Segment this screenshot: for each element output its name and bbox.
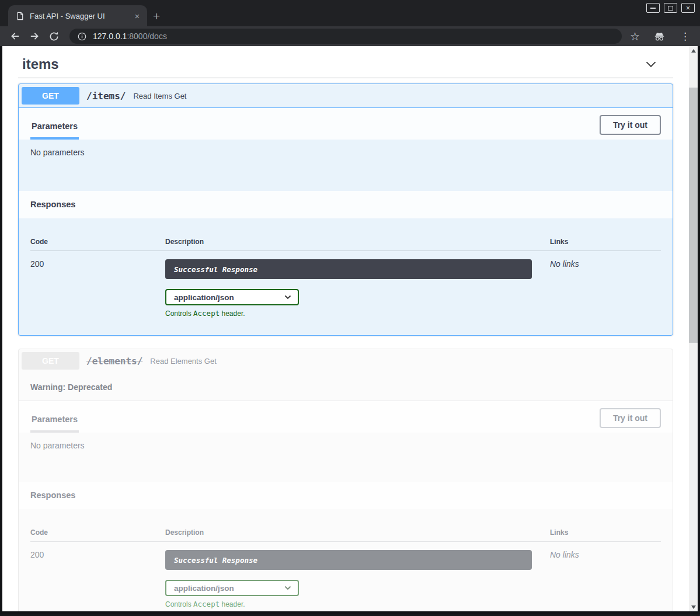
forward-icon[interactable]: [27, 29, 41, 43]
no-parameters-text: No parameters: [19, 140, 673, 191]
browser-toolbar: 127.0.0.1:8000/docs ☆ ⋮: [0, 26, 700, 46]
media-type-value: application/json: [174, 293, 234, 302]
window-maximize-icon[interactable]: [664, 3, 677, 13]
parameters-section-header: Parameters Try it out: [19, 401, 673, 433]
tag-title: items: [22, 56, 59, 72]
incognito-icon[interactable]: [652, 29, 666, 43]
opblock-summary[interactable]: GET /items/ Read Items Get: [19, 84, 673, 108]
response-row-200: 200 Successful Response application/json: [30, 542, 661, 608]
opblock-get-elements-deprecated: GET /elements/ Read Elements Get Warning…: [18, 349, 673, 611]
swagger-page: items GET /items/ Read Items Get Paramet…: [2, 46, 689, 611]
response-code: 200: [30, 550, 165, 608]
response-description-cell: Successful Response application/json Con…: [165, 550, 539, 608]
tag-section-header-items[interactable]: items: [18, 53, 673, 78]
media-type-select[interactable]: application/json: [165, 580, 299, 596]
method-badge: GET: [22, 87, 79, 105]
parameters-section-header: Parameters Try it out: [19, 108, 673, 140]
page-favicon-icon: [16, 12, 25, 20]
opblock-get-items: GET /items/ Read Items Get Parameters Tr…: [18, 83, 673, 336]
links-column-header: Links: [539, 528, 661, 537]
window-minimize-icon[interactable]: [646, 3, 660, 13]
code-column-header: Code: [30, 528, 165, 537]
media-type-wrap: application/json Controls Accept header.: [165, 580, 539, 608]
window-controls: ×: [646, 3, 695, 13]
try-it-out-button[interactable]: Try it out: [600, 115, 661, 135]
try-it-out-button[interactable]: Try it out: [600, 408, 661, 428]
response-row-200: 200 Successful Response application/json: [30, 251, 661, 318]
media-type-select[interactable]: application/json: [165, 289, 299, 305]
browser-titlebar: Fast API - Swagger UI × + ×: [0, 0, 700, 26]
response-links: No links: [539, 550, 661, 608]
media-type-value: application/json: [174, 584, 234, 593]
links-column-header: Links: [539, 238, 661, 246]
responses-section-header: Responses: [19, 482, 673, 509]
responses-table: Code Description Links 200 Successful Re…: [19, 218, 673, 335]
no-parameters-text: No parameters: [19, 433, 673, 482]
select-chevron-icon: [284, 586, 291, 590]
chevron-down-icon[interactable]: [643, 57, 659, 72]
accept-header-note: Controls Accept header.: [165, 600, 539, 608]
description-column-header: Description: [165, 528, 539, 537]
code-column-header: Code: [30, 238, 165, 246]
page-scrollbar[interactable]: [689, 46, 698, 611]
responses-section-header: Responses: [19, 191, 673, 218]
window-close-icon[interactable]: ×: [681, 3, 695, 13]
bookmark-star-icon[interactable]: ☆: [630, 30, 640, 43]
responses-table-head: Code Description Links: [30, 521, 661, 542]
scrollbar-up-icon[interactable]: [689, 46, 698, 55]
new-tab-icon[interactable]: +: [153, 10, 160, 22]
response-description-cell: Successful Response application/json Con…: [165, 259, 539, 318]
responses-table-head: Code Description Links: [30, 230, 661, 251]
back-icon[interactable]: [8, 29, 22, 43]
tab-title: Fast API - Swagger UI: [30, 12, 132, 20]
method-badge: GET: [22, 352, 79, 370]
operation-summary: Read Elements Get: [150, 357, 216, 366]
page-content: items GET /items/ Read Items Get Paramet…: [0, 46, 700, 614]
reload-icon[interactable]: [47, 29, 61, 43]
site-info-icon[interactable]: [78, 32, 86, 41]
tab-close-icon[interactable]: ×: [132, 11, 142, 21]
accept-header-note: Controls Accept header.: [165, 309, 539, 318]
description-column-header: Description: [165, 238, 539, 246]
response-code: 200: [30, 259, 165, 318]
operation-summary: Read Items Get: [133, 92, 186, 100]
opblock-summary[interactable]: GET /elements/ Read Elements Get: [19, 349, 673, 373]
operation-path: /items/: [86, 91, 126, 102]
response-description-box: Successful Response: [165, 550, 532, 570]
url-path: :8000/docs: [127, 32, 167, 41]
scrollbar-thumb[interactable]: [689, 88, 698, 343]
browser-tab[interactable]: Fast API - Swagger UI ×: [8, 5, 147, 26]
browser-window: Fast API - Swagger UI × + × 127.0.0.1:80…: [0, 0, 700, 616]
scrollbar-down-icon[interactable]: [689, 603, 698, 611]
responses-table: Code Description Links 200 Successful Re…: [19, 509, 673, 611]
browser-menu-icon[interactable]: ⋮: [678, 30, 692, 43]
parameters-tab-label: Parameters: [30, 415, 79, 433]
deprecated-warning: Warning: Deprecated: [19, 373, 673, 401]
toolbar-right-icons: ☆ ⋮: [630, 29, 692, 43]
response-links: No links: [539, 259, 661, 318]
operation-path: /elements/: [86, 356, 142, 367]
url-host: 127.0.0.1: [93, 32, 127, 41]
response-description-box: Successful Response: [165, 259, 532, 279]
media-type-wrap: application/json Controls Accept header.: [165, 289, 539, 318]
parameters-tab-label: Parameters: [30, 121, 79, 140]
select-chevron-icon: [284, 295, 291, 300]
address-bar[interactable]: 127.0.0.1:8000/docs: [69, 29, 622, 44]
